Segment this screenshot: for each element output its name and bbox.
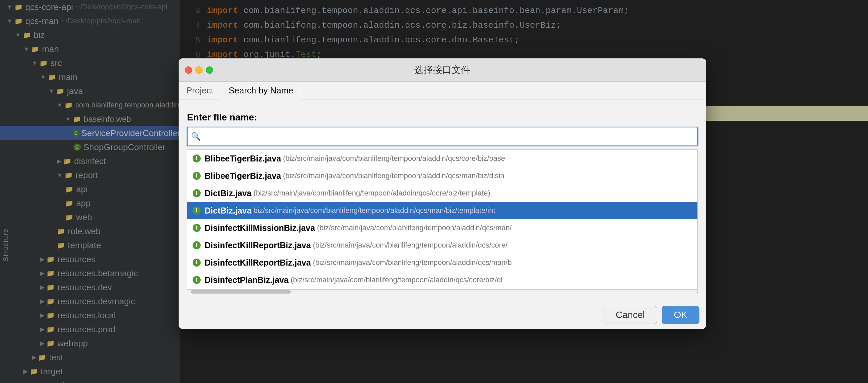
list-item[interactable]: I DictBiz.java (biz/src/main/java/com/bi… <box>187 185 698 202</box>
search-icon: 🔍 <box>191 132 201 141</box>
file-name: DictBiz.java <box>205 189 251 198</box>
tab-search-by-name[interactable]: Search by Name <box>221 82 301 99</box>
file-name-label: Enter file name: <box>187 112 698 123</box>
file-name: DisinfectKillReportBiz.java <box>205 241 311 250</box>
file-name: DisinfectKillReportBiz.java <box>205 258 311 267</box>
select-interface-dialog: 选择接口文件 Project Search by Name Enter file… <box>179 58 706 329</box>
file-path: biz/src/main/java/com/bianlifeng/tempoon… <box>253 206 495 215</box>
java-icon: I <box>193 241 200 249</box>
file-name: DictBiz.java <box>205 206 251 216</box>
file-path: (biz/src/main/java/com/bianlifeng/tempoo… <box>290 276 502 284</box>
java-icon: I <box>193 155 200 162</box>
dialog-overlay: 选择接口文件 Project Search by Name Enter file… <box>0 0 868 383</box>
list-item[interactable]: I DisinfectKillReportBiz.java (biz/src/m… <box>187 254 698 271</box>
java-icon: I <box>193 259 200 266</box>
list-item[interactable]: I BlibeeTigerBiz.java (biz/src/main/java… <box>187 150 698 167</box>
traffic-lights <box>185 66 213 74</box>
cancel-button[interactable]: Cancel <box>603 306 657 324</box>
file-path: (biz/src/main/java/com/bianlifeng/tempoo… <box>283 154 505 163</box>
search-wrapper: 🔍 <box>187 127 698 146</box>
dialog-title: 选择接口文件 <box>414 64 470 76</box>
java-icon: I <box>193 206 200 215</box>
ok-button[interactable]: OK <box>662 306 700 324</box>
maximize-button[interactable] <box>206 66 213 74</box>
horizontal-scrollbar[interactable] <box>187 290 698 294</box>
minimize-button[interactable] <box>195 66 203 74</box>
search-input[interactable] <box>187 127 698 146</box>
dialog-body: Enter file name: 🔍 I BlibeeTigerBiz.java… <box>179 99 706 301</box>
list-item[interactable]: I DisinfectKillMissionBiz.java (biz/src/… <box>187 219 698 236</box>
file-path: (biz/src/main/java/com/bianlifeng/tempoo… <box>253 189 490 197</box>
java-icon: I <box>193 189 200 197</box>
file-path: (biz/src/main/java/com/bianlifeng/tempoo… <box>313 258 512 267</box>
close-button[interactable] <box>185 66 192 74</box>
file-path: (biz/src/main/java/com/bianlifeng/tempoo… <box>313 241 507 250</box>
list-item[interactable]: I DisinfectKillReportBiz.java (biz/src/m… <box>187 236 698 254</box>
file-path: (biz/src/main/java/com/bianlifeng/tempoo… <box>317 224 512 232</box>
java-icon: I <box>193 276 200 284</box>
file-name: BlibeeTigerBiz.java <box>205 171 281 181</box>
file-path: (biz/src/main/java/com/bianlifeng/tempoo… <box>283 171 504 180</box>
dialog-tabs: Project Search by Name <box>179 82 706 99</box>
file-name: DisinfectKillMissionBiz.java <box>205 223 315 233</box>
list-item-selected[interactable]: I DictBiz.java biz/src/main/java/com/bia… <box>187 202 698 219</box>
list-item[interactable]: I BlibeeTigerBiz.java (biz/src/main/java… <box>187 167 698 185</box>
list-item[interactable]: I DisinfectPlanBiz.java (biz/src/main/ja… <box>187 271 698 289</box>
dialog-titlebar: 选择接口文件 <box>179 58 706 82</box>
scrollbar-thumb[interactable] <box>191 290 291 294</box>
java-icon: I <box>193 172 200 180</box>
java-icon: I <box>193 224 200 232</box>
file-list: I BlibeeTigerBiz.java (biz/src/main/java… <box>187 150 698 290</box>
file-name: BlibeeTigerBiz.java <box>205 154 281 163</box>
file-name: DisinfectPlanBiz.java <box>205 275 288 285</box>
dialog-footer: Cancel OK <box>179 301 706 329</box>
tab-project[interactable]: Project <box>179 82 221 99</box>
